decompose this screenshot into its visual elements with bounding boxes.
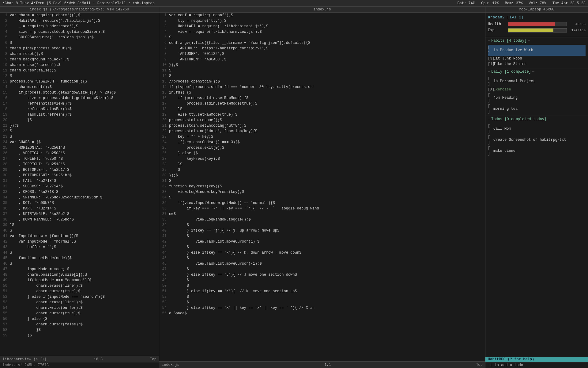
habit-item-0[interactable]: [ ] 1h Productive Work [488, 45, 586, 56]
line-content: charm.erase('screen');$ [10, 62, 61, 68]
table-row: 40 } if(key == 'j'){ // j, up arrow: mov… [159, 228, 485, 233]
todo-item-0[interactable]: [ ] Call Mom [488, 123, 586, 134]
table-row: 50 $ [159, 283, 485, 289]
daily-check-3: [ ] [488, 103, 492, 114]
line-number: 32 [0, 184, 10, 189]
line-content: in.fd)) {$ [169, 90, 191, 95]
table-row: 48 } else if(key == 'J'){ // J move one … [159, 272, 485, 278]
todo-check-2: [ ] [488, 145, 492, 156]
daily-check-1: [X] [488, 87, 492, 92]
line-content: }$ [10, 117, 32, 123]
daily-section-header: Daily [1 complete] [485, 68, 588, 75]
line-content: d Space$ [169, 311, 187, 316]
habit-item-2[interactable]: [1] Take the Stairs [488, 61, 586, 67]
line-content: keyPress(key);$ [169, 156, 220, 162]
line-number: 5 [0, 35, 10, 40]
table-row: 12$ [159, 73, 485, 79]
habit-item-1[interactable]: [3] Eat Junk Food [488, 56, 586, 61]
left-code-area[interactable]: 1var charm = require('charm')(),$2 Habit… [0, 13, 159, 356]
exp-bar-fill [508, 29, 553, 32]
pane-left-title: index.js (~/Projects/habitrpg-txt) VIM 1… [0, 7, 159, 13]
line-number: 22 [0, 128, 10, 134]
daily-item-2[interactable]: [ ] 45m Reading [488, 92, 586, 103]
table-row: 52 $ [159, 294, 485, 300]
top-bar-left: :Chat 8:Tunz 4:Term [5:Dev] 6:Web 3:Mail… [2, 1, 458, 6]
line-content: , DOT: '\u00b7'$ [10, 200, 54, 206]
daily-check-0: [ ] [488, 76, 492, 87]
health-value: 40/50 [569, 22, 586, 26]
line-content: $ [169, 167, 180, 173]
line-number: 54 [0, 305, 10, 311]
line-content: HORIZONTAL: '\u2501'$ [10, 145, 65, 151]
table-row: 52 } else if(inputMode === "search"){$ [0, 294, 159, 300]
line-number: 21 [159, 123, 169, 128]
table-row: 45 $ [159, 255, 485, 261]
line-number: 39 [159, 222, 169, 228]
daily-item-0[interactable]: [ ] 1h Personal Project [488, 76, 586, 87]
line-content: , DOWNTRIANGLE: '\u25bc'$ [10, 217, 74, 222]
line-number: 7 [0, 46, 10, 51]
table-row: 36 , MARK: '\u2714'$ [0, 206, 159, 211]
line-content: , BOTTOMRIGHT: '\u251b'$ [10, 173, 72, 178]
daily-check-2: [ ] [488, 92, 492, 103]
line-content: function keyPress(key){$ [169, 184, 222, 189]
line-content: key = "" + key;$ [169, 134, 213, 140]
line-content: var conf = require('nconf'),$ [169, 13, 233, 18]
line-content: 'APIURL': 'https://habitrpg.com/api/v1',… [169, 46, 268, 51]
table-row: 50 charm.erase('line');$ [0, 283, 159, 289]
right-cmd-bar[interactable]: :t to add a todo [485, 362, 588, 368]
line-number: 6 [159, 40, 169, 46]
table-row: 1var charm = require('charm')(),$ [0, 13, 159, 18]
daily-text-3: morning tea [493, 106, 518, 112]
todo-item-1[interactable]: [ ] Create Screenshot of habitrpg-txt [488, 134, 586, 145]
line-content: });$ [169, 62, 178, 68]
table-row: 33 , CROSS: '\u2718'$ [0, 189, 159, 195]
line-content: , SUCCeSS: '\u2714'$ [10, 184, 63, 189]
daily-list: [ ] 1h Personal Project [X] Exercise [ ]… [485, 75, 588, 116]
habit-check-1: [3] [488, 56, 492, 61]
table-row: 3 _ = require('underscore'),$ [0, 24, 159, 29]
table-row: 29 $ [159, 167, 485, 173]
line-number: 1 [159, 13, 169, 18]
line-content: $ [10, 40, 12, 46]
right-bottom-bar: HabitRPG (? for help) [485, 357, 588, 362]
line-content: charm.cursor(false);$ [10, 68, 56, 73]
line-number: 2 [0, 18, 10, 24]
line-number: 14 [0, 84, 10, 90]
line-content: charm.cursor(true);$ [10, 289, 80, 294]
line-number: 22 [159, 128, 169, 134]
table-row: 55d Space$ [159, 311, 485, 316]
table-row: 8charm.reset();$ [0, 51, 159, 57]
table-row: 2 HabitAPI = require('./habitapi.js'),$ [0, 18, 159, 24]
mid-code-area[interactable]: 1var conf = require('nconf'),$2 tty = re… [159, 13, 485, 361]
line-number: 49 [159, 278, 169, 283]
table-row: 57 charm.cursor(false);$ [0, 322, 159, 327]
table-row: 31 , FAIL: '\u2718'$ [0, 178, 159, 184]
line-number: 29 [159, 167, 169, 173]
health-label: Health [488, 22, 506, 26]
top-bar: :Chat 8:Tunz 4:Term [5:Dev] 6:Web 3:Mail… [0, 0, 588, 7]
line-content: charm.erase('line');$ [10, 283, 83, 289]
daily-item-3[interactable]: [ ] morning tea [488, 103, 586, 114]
todo-item-2[interactable]: [ ] make dinner [488, 145, 586, 156]
line-number: 12 [0, 73, 10, 79]
line-content: } else {$ [10, 316, 47, 322]
line-content: view = require('./lib/charmview.js');$ [169, 29, 262, 35]
line-content: process.exit(0);$ [169, 145, 224, 151]
line-content: if (typeof process.stdin.fd === 'number'… [169, 84, 315, 90]
table-row: 44$ [0, 250, 159, 255]
line-number: 55 [159, 311, 169, 316]
line-number: 23 [159, 134, 169, 140]
table-row: 34 , SPINNER: '\u25dc\u25dd\u25de\u25df'… [0, 195, 159, 200]
line-number: 33 [159, 189, 169, 195]
table-row: 53 charm.erase('line');$ [0, 300, 159, 305]
todos-section-header: Todos [0 completed today] [485, 116, 588, 123]
line-number: 41 [0, 233, 10, 239]
line-number: 15 [159, 90, 169, 95]
line-content: charm.pipe(process.stdout);$ [10, 46, 72, 51]
line-content: } else if(key == 'K'){ // K move one sec… [169, 289, 297, 294]
line-content: } else if(key == 'k'){ // k, down arrow … [169, 250, 301, 255]
line-number: 56 [0, 316, 10, 322]
daily-item-1[interactable]: [X] Exercise [488, 87, 586, 92]
table-row: 25 process.exit(0);$ [159, 145, 485, 151]
